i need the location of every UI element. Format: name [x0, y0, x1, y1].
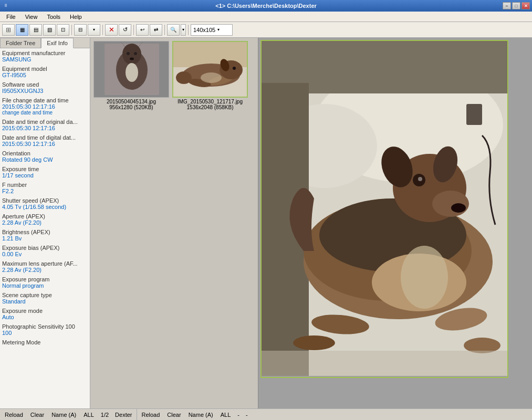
separator5 [188, 25, 189, 35]
exif-panel: Equipment manufacturer SAMSUNG Equipment… [0, 48, 90, 408]
exif-entry-original-date: Date and time of original da... 2015:05:… [2, 118, 88, 132]
exif-entry-exposure-time: Exposure time 1/17 second [2, 165, 88, 179]
image-viewer [258, 38, 532, 408]
exif-label-aperture: Aperture (APEX) [2, 213, 88, 219]
status-clear-left[interactable]: Clear [28, 411, 47, 419]
toolbar-view-btn3[interactable]: ▧ [43, 24, 56, 36]
menu-tools[interactable]: Tools [43, 13, 65, 21]
status-clear-right[interactable]: Clear [164, 411, 183, 419]
exif-label-metering: Metering Mode [2, 339, 88, 345]
app-grip-icon: ⠿ [4, 4, 7, 8]
toolbar-zoom-btn[interactable]: 🔍 [167, 24, 180, 36]
exif-value-digital-date[interactable]: 2015:05:30 12:17:16 [2, 141, 88, 147]
file-browser: 20150504045134.jpg 956x1280 (520KB) [90, 38, 258, 408]
exif-value-orientation[interactable]: Rotated 90 deg CW [2, 156, 88, 163]
dropdown-arrow: ▾ [217, 27, 220, 32]
exif-value-shutter[interactable]: 4.05 Tv (1/16.58 second) [2, 204, 88, 210]
toolbar-fullscreen-btn[interactable]: ⊡ [57, 24, 69, 36]
toolbar-zoom-dropdown-arrow[interactable]: ▾ [181, 24, 186, 36]
change-datetime-link[interactable]: change date and time [2, 110, 88, 116]
tab-exif-info[interactable]: Exif Info [41, 38, 74, 48]
toolbar-flip-btn[interactable]: ⇄ [150, 24, 162, 36]
exif-value-aperture[interactable]: 2.28 Av (F2.20) [2, 219, 88, 226]
status-all-left[interactable]: ALL [81, 411, 97, 419]
thumb-label-2: IMG_20150530_121717.jpg 1536x2048 (858KB… [178, 99, 243, 110]
close-button[interactable]: ✕ [521, 2, 530, 9]
separator2 [102, 25, 103, 35]
exif-value-original-date[interactable]: 2015:05:30 12:17:16 [2, 125, 88, 131]
thumb-label-1: 20150504045134.jpg 956x1280 (520KB) [107, 99, 156, 110]
thumb-img-1[interactable] [93, 41, 169, 98]
status-name-right[interactable]: Name (A) [186, 411, 216, 419]
menu-help[interactable]: Help [66, 13, 86, 21]
svg-point-31 [432, 191, 469, 217]
toolbar-frame-btn[interactable]: ⊞ [2, 24, 15, 36]
thumb-svg-2 [173, 41, 247, 98]
status-all-right[interactable]: ALL [218, 411, 234, 419]
tab-folder-tree[interactable]: Folder Tree [0, 38, 41, 48]
svg-rect-42 [262, 351, 507, 376]
exif-value-max-aperture[interactable]: 2.28 Av (F2.20) [2, 267, 88, 273]
toolbar-rotate-btn[interactable]: ↩ [136, 24, 149, 36]
svg-point-3 [122, 44, 141, 65]
exif-label-orientation: Orientation [2, 150, 88, 156]
toolbar-view-btn2[interactable]: ▤ [29, 24, 42, 36]
exif-label-manufacturer: Equipment manufacturer [2, 50, 88, 56]
exif-value-exp-program[interactable]: Normal program [2, 282, 88, 289]
exif-value-software[interactable]: I9505XXUGNJ3 [2, 88, 88, 94]
svg-point-9 [130, 58, 134, 60]
exif-value-brightness[interactable]: 1.21 Bv [2, 235, 88, 242]
exif-value-fnumber[interactable]: F2.2 [2, 188, 88, 194]
toolbar-view-btn1[interactable]: ▦ [16, 24, 28, 36]
exif-entry-digital-date: Date and time of digital dat... 2015:05:… [2, 134, 88, 148]
image-frame [260, 40, 508, 378]
exif-entry-brightness: Brightness (APEX) 1.21 Bv [2, 228, 88, 242]
menu-file[interactable]: File [2, 13, 20, 21]
status-reload-right[interactable]: Reload [139, 411, 163, 419]
exif-entry-model: Equipment model GT-I9505 [2, 65, 88, 79]
status-fraction: 1/2 [99, 412, 111, 418]
svg-point-17 [233, 67, 236, 70]
exif-entry-manufacturer: Equipment manufacturer SAMSUNG [2, 49, 88, 63]
exif-entry-orientation: Orientation Rotated 90 deg CW [2, 150, 88, 163]
exif-value-exposure-time[interactable]: 1/17 second [2, 172, 88, 178]
exif-value-exp-mode[interactable]: Auto [2, 314, 88, 320]
window-title: <1> C:\Users\Merche\Desktop\Dexter [215, 3, 317, 9]
menu-view[interactable]: View [21, 13, 42, 21]
viewer-scroll[interactable] [258, 38, 532, 408]
thumb-img-2[interactable] [172, 41, 248, 98]
exif-label-model: Equipment model [2, 66, 88, 72]
toolbar-delete-btn[interactable]: ✕ [105, 24, 118, 36]
tab-bar: Folder Tree Exif Info [0, 38, 90, 48]
toolbar-layout-btn1[interactable]: ⊟ [74, 24, 87, 36]
exif-label-exp-bias: Exposure bias (APEX) [2, 245, 88, 251]
status-reload-left[interactable]: Reload [2, 411, 26, 419]
zoom-level-dropdown[interactable]: 140x105 ▾ [191, 24, 233, 36]
exif-value-iso[interactable]: 100 [2, 330, 88, 336]
minimize-button[interactable]: − [503, 2, 511, 9]
exif-value-manufacturer[interactable]: SAMSUNG [2, 56, 88, 62]
exif-value-model[interactable]: GT-I9505 [2, 72, 88, 78]
toolbar-layout-btn2[interactable]: ▾ [88, 24, 100, 36]
svg-point-33 [418, 177, 422, 181]
exif-label-exposure-time: Exposure time [2, 166, 88, 172]
status-name-left[interactable]: Name (A) [49, 411, 79, 419]
svg-point-41 [401, 246, 448, 309]
status-folder: Dexter [113, 412, 134, 418]
exif-entry-exp-program: Exposure program Normal program [2, 276, 88, 289]
exif-value-exp-bias[interactable]: 0.00 Ev [2, 251, 88, 257]
exif-label-iso: Photographic Sensitivity 100 [2, 323, 88, 330]
thumbnail-item-1[interactable]: 20150504045134.jpg 956x1280 (520KB) [92, 40, 170, 111]
exif-value-filechange[interactable]: 2015:05:30 12:17:16 [2, 103, 88, 110]
exif-entry-exp-mode: Exposure mode Auto [2, 307, 88, 321]
thumbnail-item-2[interactable]: IMG_20150530_121717.jpg 1536x2048 (858KB… [171, 40, 249, 111]
exif-value-scene-capture[interactable]: Standard [2, 298, 88, 304]
exif-entry-filechange: File change date and time 2015:05:30 12:… [2, 97, 88, 116]
exif-label-original-date: Date and time of original da... [2, 119, 88, 125]
maximize-button[interactable]: □ [512, 2, 520, 9]
toolbar-refresh-btn[interactable]: ↺ [119, 24, 131, 36]
toolbar: ⊞ ▦ ▤ ▧ ⊡ ⊟ ▾ ✕ ↺ ↩ ⇄ 🔍 ▾ 140x105 ▾ [0, 22, 532, 38]
exif-label-fnumber: F number [2, 182, 88, 188]
svg-rect-43 [466, 104, 482, 125]
status-left: Reload Clear Name (A) ALL 1/2 Dexter [0, 409, 137, 420]
